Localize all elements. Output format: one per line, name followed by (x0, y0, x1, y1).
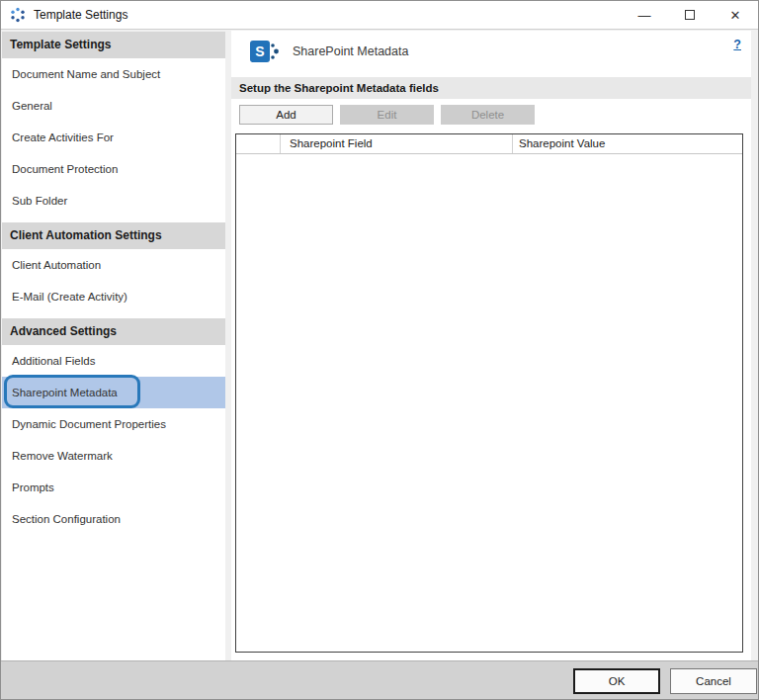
sidebar-item-section-configuration[interactable]: Section Configuration (2, 503, 225, 535)
sidebar-item-label: Sharepoint Metadata (12, 387, 118, 398)
sharepoint-metadata-panel: S SharePoint Metadata ? Setup the Sharep… (231, 31, 751, 660)
help-icon[interactable]: ? (733, 38, 741, 51)
add-button[interactable]: Add (239, 105, 333, 125)
sharepoint-icon-dots (269, 43, 280, 60)
close-button[interactable]: ✕ (713, 1, 758, 29)
template-settings-dialog: { "window": { "title": "Template Setting… (0, 0, 759, 700)
sidebar-item-sub-folder[interactable]: Sub Folder (2, 185, 225, 217)
sharepoint-icon: S (250, 41, 280, 62)
table-header-sharepoint-value[interactable]: Sharepoint Value (513, 134, 742, 153)
sidebar-item-document-name-and-subject[interactable]: Document Name and Subject (2, 58, 225, 90)
sidebar-item-remove-watermark[interactable]: Remove Watermark (2, 440, 225, 472)
panel-title: SharePoint Metadata (293, 44, 408, 58)
metadata-table: Sharepoint Field Sharepoint Value (235, 133, 743, 653)
sidebar-section-client-automation-settings: Client Automation Settings (2, 222, 225, 249)
toolbar: Add Edit Delete (231, 105, 751, 125)
titlebar: Template Settings — ✕ (1, 1, 758, 30)
maximize-icon (685, 10, 695, 20)
app-icon (10, 7, 26, 23)
edit-button[interactable]: Edit (340, 105, 434, 125)
minimize-icon: — (638, 8, 651, 23)
sidebar-item-prompts[interactable]: Prompts (2, 472, 225, 503)
window-title: Template Settings (34, 8, 127, 22)
settings-sidebar: Template Settings Document Name and Subj… (2, 32, 225, 660)
table-header-sharepoint-field[interactable]: Sharepoint Field (281, 134, 513, 153)
sidebar-section-advanced-settings: Advanced Settings (2, 318, 225, 345)
sidebar-item-client-automation[interactable]: Client Automation (2, 249, 225, 281)
sidebar-item-email-create-activity[interactable]: E-Mail (Create Activity) (2, 281, 225, 312)
sidebar-item-general[interactable]: General (2, 90, 225, 122)
cancel-button[interactable]: Cancel (670, 668, 757, 694)
section-label: Setup the Sharepoint Metadata fields (231, 77, 751, 99)
table-header-row-selector[interactable] (236, 134, 281, 153)
panel-header: S SharePoint Metadata (231, 31, 751, 72)
table-body-empty[interactable] (236, 154, 742, 652)
sharepoint-icon-square: S (250, 41, 270, 62)
delete-button[interactable]: Delete (441, 105, 535, 125)
minimize-button[interactable]: — (622, 1, 667, 29)
sidebar-item-sharepoint-metadata[interactable]: Sharepoint Metadata (2, 377, 225, 408)
sidebar-item-document-protection[interactable]: Document Protection (2, 153, 225, 185)
sidebar-item-dynamic-document-properties[interactable]: Dynamic Document Properties (2, 408, 225, 440)
ok-button[interactable]: OK (573, 668, 660, 694)
window-controls: — ✕ (622, 1, 758, 29)
sidebar-item-create-activities-for[interactable]: Create Activities For (2, 122, 225, 153)
maximize-button[interactable] (667, 1, 713, 29)
dialog-footer: OK Cancel (1, 660, 758, 699)
table-header-row: Sharepoint Field Sharepoint Value (236, 134, 742, 154)
sidebar-item-additional-fields[interactable]: Additional Fields (2, 345, 225, 377)
sidebar-section-template-settings: Template Settings (2, 32, 225, 58)
close-icon: ✕ (730, 8, 741, 23)
